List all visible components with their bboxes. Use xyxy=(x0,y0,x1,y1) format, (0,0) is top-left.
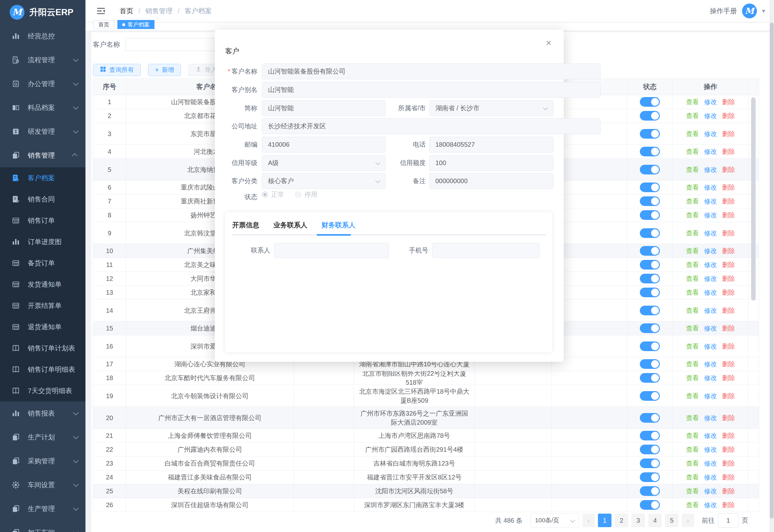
tab-invoice-info[interactable]: 开票信息 xyxy=(232,221,259,234)
view-link[interactable]: 查看 xyxy=(686,147,699,156)
edit-link[interactable]: 修改 xyxy=(704,111,717,120)
sidebar-item-production-plan[interactable]: 生产计划 xyxy=(0,425,85,449)
customer-alias-field[interactable] xyxy=(262,82,600,98)
delete-link[interactable]: 删除 xyxy=(722,111,735,120)
delete-link[interactable]: 删除 xyxy=(722,306,735,315)
status-toggle[interactable] xyxy=(640,500,660,510)
view-link[interactable]: 查看 xyxy=(686,211,699,220)
edit-link[interactable]: 修改 xyxy=(704,274,717,283)
edit-link[interactable]: 修改 xyxy=(704,413,717,422)
status-toggle[interactable] xyxy=(640,182,660,192)
view-link[interactable]: 查看 xyxy=(686,260,699,269)
status-toggle[interactable] xyxy=(640,472,660,482)
delete-link[interactable]: 删除 xyxy=(722,373,735,382)
status-toggle[interactable] xyxy=(640,210,660,220)
page-size-select[interactable]: 100条/页 xyxy=(530,513,579,527)
view-link[interactable]: 查看 xyxy=(686,373,699,382)
edit-link[interactable]: 修改 xyxy=(704,246,717,255)
edit-link[interactable]: 修改 xyxy=(704,129,717,138)
view-link[interactable]: 查看 xyxy=(686,111,699,120)
tag-tab-0[interactable]: 首页 xyxy=(94,20,114,29)
edit-link[interactable]: 修改 xyxy=(704,500,717,509)
manual-link[interactable]: 操作手册 xyxy=(710,6,737,15)
sidebar-item-sales-order-plan[interactable]: 销售订单计划表 xyxy=(0,338,85,359)
query-all-button[interactable]: 查询所有 xyxy=(93,64,141,76)
page-button-2[interactable]: 2 xyxy=(615,514,628,527)
sidebar-item-customer-archive[interactable]: 客户档案 xyxy=(0,167,85,189)
view-link[interactable]: 查看 xyxy=(686,246,699,255)
customer-name-field[interactable] xyxy=(262,64,600,79)
status-toggle[interactable] xyxy=(640,288,660,297)
view-link[interactable]: 查看 xyxy=(686,229,699,238)
delete-link[interactable]: 删除 xyxy=(722,342,735,351)
avatar[interactable]: M xyxy=(742,4,757,18)
edit-link[interactable]: 修改 xyxy=(704,183,717,192)
status-toggle[interactable] xyxy=(640,274,660,283)
company-address-field[interactable] xyxy=(262,118,600,134)
delete-link[interactable]: 删除 xyxy=(722,391,735,400)
menu-collapse-icon[interactable] xyxy=(96,6,106,16)
status-toggle[interactable] xyxy=(640,359,660,369)
view-link[interactable]: 查看 xyxy=(686,97,699,106)
status-toggle[interactable] xyxy=(640,445,660,454)
status-toggle[interactable] xyxy=(640,306,660,315)
delete-link[interactable]: 删除 xyxy=(722,197,735,206)
sidebar-item-production-mgmt[interactable]: 生产管理 xyxy=(0,497,85,521)
view-link[interactable]: 查看 xyxy=(686,306,699,315)
edit-link[interactable]: 修改 xyxy=(704,473,717,482)
next-page-button[interactable]: › xyxy=(682,514,694,527)
sidebar-item-office-mgmt[interactable]: 办公管理 xyxy=(0,72,85,96)
mobile-field[interactable] xyxy=(432,243,540,258)
edit-link[interactable]: 修改 xyxy=(704,147,717,156)
sidebar-item-sales-order[interactable]: 销售订单 xyxy=(0,210,85,231)
status-toggle[interactable] xyxy=(640,129,660,139)
status-disabled-radio[interactable]: 停用 xyxy=(295,190,317,199)
status-toggle[interactable] xyxy=(640,147,660,156)
delete-link[interactable]: 删除 xyxy=(722,246,735,255)
sidebar-item-sales-order-detail[interactable]: 销售订单明细表 xyxy=(0,359,85,380)
province-select[interactable]: 湖南省 / 长沙市 xyxy=(429,100,553,116)
edit-link[interactable]: 修改 xyxy=(704,360,717,369)
page-scrollbar[interactable] xyxy=(769,0,774,532)
view-link[interactable]: 查看 xyxy=(686,431,699,440)
delete-link[interactable]: 删除 xyxy=(722,211,735,220)
delete-link[interactable]: 删除 xyxy=(722,260,735,269)
status-toggle[interactable] xyxy=(640,97,660,107)
edit-link[interactable]: 修改 xyxy=(704,211,717,220)
view-link[interactable]: 查看 xyxy=(686,391,699,400)
delete-link[interactable]: 删除 xyxy=(722,165,735,174)
edit-link[interactable]: 修改 xyxy=(704,391,717,400)
tab-business-contact[interactable]: 业务联系人 xyxy=(273,221,307,234)
edit-link[interactable]: 修改 xyxy=(704,197,717,206)
delete-link[interactable]: 删除 xyxy=(722,459,735,468)
status-toggle[interactable] xyxy=(640,458,660,468)
sidebar-item-process-mgmt[interactable]: 流程管理 xyxy=(0,48,85,72)
view-link[interactable]: 查看 xyxy=(686,274,699,283)
view-link[interactable]: 查看 xyxy=(686,487,699,496)
edit-link[interactable]: 修改 xyxy=(704,229,717,238)
page-scrollbar-thumb[interactable] xyxy=(770,23,774,518)
page-button-5[interactable]: 5 xyxy=(665,514,679,527)
delete-link[interactable]: 删除 xyxy=(722,229,735,238)
sidebar-item-workshop-settings[interactable]: 车间设置 xyxy=(0,473,85,497)
tag-tab-1[interactable]: 客户档案 xyxy=(117,20,154,29)
edit-link[interactable]: 修改 xyxy=(704,165,717,174)
page-button-1[interactable]: 1 xyxy=(598,514,611,527)
table-scrollbar[interactable] xyxy=(751,97,756,300)
sidebar-item-material-archive[interactable]: 料品档案 xyxy=(0,96,85,120)
edit-link[interactable]: 修改 xyxy=(704,459,717,468)
status-toggle[interactable] xyxy=(640,391,660,401)
delete-link[interactable]: 删除 xyxy=(722,445,735,454)
sidebar-item-purchase-mgmt[interactable]: 采购管理 xyxy=(0,449,85,473)
sidebar-item-rd-mgmt[interactable]: 研发管理 xyxy=(0,120,85,143)
status-normal-radio[interactable]: 正常 xyxy=(262,190,284,199)
status-toggle[interactable] xyxy=(640,323,660,333)
delete-link[interactable]: 删除 xyxy=(722,183,735,192)
status-toggle[interactable] xyxy=(640,228,660,238)
view-link[interactable]: 查看 xyxy=(686,500,699,509)
delete-link[interactable]: 删除 xyxy=(722,413,735,422)
view-link[interactable]: 查看 xyxy=(686,413,699,422)
sidebar-item-business-overview[interactable]: 经营总控 xyxy=(0,24,85,48)
status-toggle[interactable] xyxy=(640,246,660,256)
view-link[interactable]: 查看 xyxy=(686,360,699,369)
